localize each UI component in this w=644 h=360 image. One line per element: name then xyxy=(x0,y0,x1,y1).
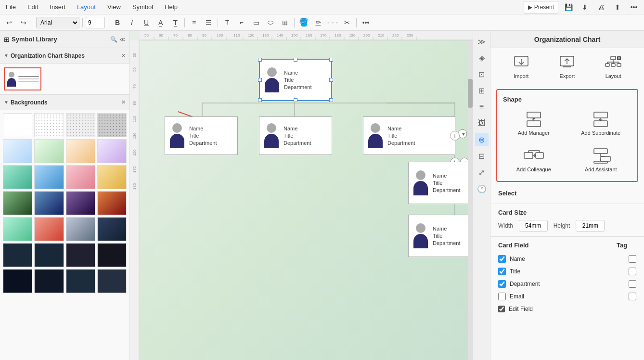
bg-item-dark4[interactable] xyxy=(97,243,127,267)
child3-expand-right[interactable]: + xyxy=(450,131,460,141)
org-child3-node[interactable]: Name Title Department + xyxy=(363,116,455,155)
bg-item-gray-dots[interactable] xyxy=(66,113,95,137)
org-grandchild2-node[interactable]: Name Title Department xyxy=(408,215,473,257)
name-checkbox[interactable] xyxy=(498,255,506,263)
search-icon[interactable]: 🔍 xyxy=(110,36,117,43)
menu-file[interactable]: File xyxy=(4,2,18,12)
bg-item-deep2[interactable] xyxy=(34,269,64,293)
present-button[interactable]: ▶ Present xyxy=(524,1,558,13)
side-expand-icon[interactable]: ≫ xyxy=(475,35,489,48)
side-history-icon[interactable]: 🕐 xyxy=(475,182,489,195)
dept-checkbox[interactable] xyxy=(498,280,506,288)
side-stack-icon[interactable]: ≡ xyxy=(475,100,489,114)
bg-item-fire[interactable] xyxy=(97,191,127,215)
org-shape-card-item[interactable] xyxy=(4,67,41,90)
height-input[interactable] xyxy=(576,220,605,231)
align-left-button[interactable]: ≡ xyxy=(188,16,200,29)
layout-action[interactable]: Layout xyxy=(604,54,623,79)
org-shapes-section-header[interactable]: ▼ Organization Chart Shapes ✕ xyxy=(0,48,129,64)
side-orgchart-icon[interactable]: ⊜ xyxy=(475,133,489,146)
import-action[interactable]: Import xyxy=(512,54,531,79)
bg-item-deep4[interactable] xyxy=(97,269,127,293)
bg-item-peach[interactable] xyxy=(66,139,95,163)
bold-button[interactable]: B xyxy=(111,16,124,29)
text-border-button[interactable]: T xyxy=(221,16,233,29)
collapse-icon[interactable]: ≪ xyxy=(119,36,126,43)
menu-help[interactable]: Help xyxy=(163,2,180,12)
bg-item-lavender[interactable] xyxy=(97,139,127,163)
more-tools-button[interactable]: ••• xyxy=(360,16,372,29)
bg-item-slate[interactable] xyxy=(66,217,95,241)
italic-button[interactable]: I xyxy=(126,16,138,29)
side-image-icon[interactable]: 🖼 xyxy=(475,116,489,130)
scrollbar-vertical[interactable] xyxy=(468,40,473,360)
share-icon[interactable]: ⬆ xyxy=(611,1,624,13)
add-manager-button[interactable]: Add Manager xyxy=(503,108,565,139)
title-checkbox[interactable] xyxy=(498,268,506,275)
redo-button[interactable]: ↪ xyxy=(17,16,30,29)
shape-oval-button[interactable]: ⬭ xyxy=(264,16,277,29)
download-icon[interactable]: ⬇ xyxy=(579,1,591,13)
title-tag-checkbox[interactable] xyxy=(629,268,636,275)
backgrounds-section-header[interactable]: ▼ Backgrounds ✕ xyxy=(0,95,129,110)
add-assistant-button[interactable]: Add Assistant xyxy=(570,144,632,175)
org-child2-node[interactable]: Name Title Department xyxy=(259,116,332,155)
side-grid-icon[interactable]: ⊞ xyxy=(475,84,489,97)
canvas-background[interactable]: + ▼ + ▲ ▶ xyxy=(140,40,473,360)
side-layers-icon[interactable]: ◈ xyxy=(475,51,489,64)
bg-item-warm[interactable] xyxy=(97,165,127,189)
line-color-button[interactable]: ✏ xyxy=(312,16,324,29)
bg-item-mint[interactable] xyxy=(3,217,32,241)
side-table-icon[interactable]: ⊟ xyxy=(475,149,489,163)
bg-item-deep1[interactable] xyxy=(3,269,32,293)
edit-field-button[interactable]: Edit Field xyxy=(498,306,636,312)
export-action[interactable]: Export xyxy=(557,54,577,79)
connector-button[interactable]: ⌐ xyxy=(235,16,248,29)
org-root-node[interactable]: Name Title Department xyxy=(259,59,332,101)
bg-item-deep3[interactable] xyxy=(66,269,95,293)
backgrounds-close[interactable]: ✕ xyxy=(121,99,126,105)
edit-field-checkbox[interactable] xyxy=(498,306,505,312)
dept-tag-checkbox[interactable] xyxy=(629,280,636,288)
group-button[interactable]: ⊞ xyxy=(279,16,291,29)
scrollbar-thumb[interactable] xyxy=(468,79,473,108)
bg-item-dark3[interactable] xyxy=(66,243,95,267)
shape-rect-button[interactable]: ▭ xyxy=(250,16,262,29)
org-shapes-close[interactable]: ✕ xyxy=(121,52,126,59)
menu-view[interactable]: View xyxy=(105,2,123,12)
align-justify-button[interactable]: ☰ xyxy=(202,16,215,29)
org-child1-node[interactable]: Name Title Department xyxy=(165,116,238,155)
bg-item-dark-dots[interactable] xyxy=(97,113,127,137)
bg-item-midnight[interactable] xyxy=(97,217,127,241)
canvas-area[interactable]: 50 60 70 80 90 100 110 120 130 140 150 1… xyxy=(130,31,473,360)
menu-edit[interactable]: Edit xyxy=(26,2,40,12)
more-icon[interactable]: ••• xyxy=(628,1,640,13)
crop-button[interactable]: ✂ xyxy=(341,16,353,29)
menu-insert[interactable]: Insert xyxy=(48,2,67,12)
underline-button[interactable]: U xyxy=(140,16,153,29)
print-icon[interactable]: 🖨 xyxy=(595,1,607,13)
menu-symbol[interactable]: Symbol xyxy=(130,2,155,12)
text-style-button[interactable]: T̲ xyxy=(169,16,181,29)
bg-item-dots[interactable] xyxy=(34,113,64,137)
fill-color-button[interactable]: 🪣 xyxy=(297,16,310,29)
name-tag-checkbox[interactable] xyxy=(629,255,636,263)
undo-button[interactable]: ↩ xyxy=(3,16,15,29)
menu-layout[interactable]: Layout xyxy=(75,2,98,12)
side-resize-icon[interactable]: ⤢ xyxy=(475,166,489,179)
bg-item-dusk[interactable] xyxy=(66,191,95,215)
email-tag-checkbox[interactable] xyxy=(629,293,636,300)
bg-item-teal[interactable] xyxy=(3,165,32,189)
add-colleague-button[interactable]: Add Colleague xyxy=(503,144,565,175)
line-style-button[interactable]: - - - xyxy=(326,16,339,29)
font-family-select[interactable]: Arial xyxy=(36,17,79,28)
email-checkbox[interactable] xyxy=(498,293,506,300)
bg-item-forest[interactable] xyxy=(3,191,32,215)
side-pages-icon[interactable]: ⊡ xyxy=(475,67,489,81)
bg-item-light-green[interactable] xyxy=(34,139,64,163)
font-color-button[interactable]: A̲ xyxy=(155,16,167,29)
org-grandchild1-node[interactable]: Name Title Department xyxy=(408,162,473,204)
width-input[interactable] xyxy=(519,220,548,231)
save-icon[interactable]: 💾 xyxy=(562,1,575,13)
add-subordinate-button[interactable]: Add Subordinate xyxy=(570,108,632,139)
